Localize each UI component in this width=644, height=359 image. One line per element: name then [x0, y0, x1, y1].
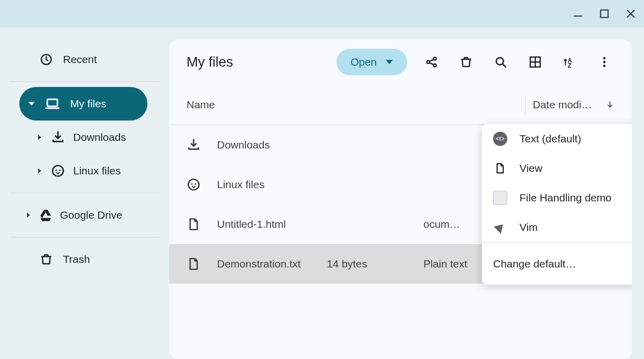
laptop-icon — [45, 96, 60, 111]
page-title: My files — [187, 54, 322, 70]
file-name: Demonstration.txt — [217, 258, 327, 270]
column-date-label: Date modi… — [533, 99, 592, 111]
file-name: Linux files — [217, 178, 327, 191]
sidebar-item-trash[interactable]: Trash — [10, 243, 159, 276]
share-button[interactable] — [421, 52, 442, 72]
drive-icon — [39, 208, 53, 222]
sidebar-label: Downloads — [73, 131, 126, 143]
svg-point-26 — [191, 183, 193, 185]
dropdown-item[interactable]: <t>Text (default) — [482, 124, 632, 154]
dropdown-item-label: Vim — [519, 221, 538, 233]
divider — [10, 81, 159, 82]
download-icon — [51, 130, 65, 144]
svg-point-23 — [603, 61, 606, 64]
sidebar-label: Trash — [63, 253, 90, 265]
svg-point-27 — [195, 183, 196, 185]
sidebar-item-linux[interactable]: Linux files — [10, 154, 159, 188]
dropdown-item-label: File Handling demo — [519, 192, 611, 204]
chevron-right-icon — [37, 135, 43, 140]
linux-icon — [187, 177, 217, 192]
toolbar: My files Open AZ — [169, 40, 632, 84]
dropdown-item-label: Text (default) — [519, 133, 581, 145]
svg-text:Z: Z — [568, 62, 571, 69]
search-button[interactable] — [490, 52, 511, 72]
clock-icon — [40, 53, 53, 66]
column-headers: Name Date modi… — [169, 84, 632, 125]
sort-button[interactable]: AZ — [560, 52, 580, 72]
close-button[interactable] — [625, 8, 637, 20]
svg-line-14 — [430, 63, 434, 65]
column-name[interactable]: Name — [187, 99, 525, 111]
file-icon — [187, 257, 217, 271]
minimize-button[interactable] — [572, 8, 584, 20]
dropdown-change-default[interactable]: Change default… — [482, 242, 632, 285]
svg-rect-5 — [47, 99, 57, 106]
svg-point-25 — [189, 180, 199, 190]
sidebar: Recent My files Downloads Linux files Go… — [0, 27, 169, 359]
svg-point-8 — [55, 169, 57, 171]
chevron-down-icon — [28, 101, 35, 107]
sidebar-label: Recent — [63, 53, 97, 66]
dropdown-change-label: Change default… — [493, 258, 576, 270]
dropdown-item[interactable]: View — [482, 154, 632, 183]
svg-line-16 — [503, 64, 505, 67]
svg-point-24 — [603, 65, 606, 67]
titlebar — [0, 0, 644, 27]
open-button[interactable]: Open — [336, 49, 407, 75]
chevron-right-icon — [37, 168, 43, 173]
svg-point-15 — [496, 57, 503, 65]
main-panel: My files Open AZ Name Date modi… Downloa… — [169, 40, 632, 359]
chevron-right-icon — [25, 213, 32, 218]
svg-point-22 — [603, 57, 606, 59]
sidebar-item-downloads[interactable]: Downloads — [10, 121, 159, 154]
dropdown-item-label: View — [519, 162, 542, 174]
open-dropdown: <t>Text (default)ViewFile Handling demoV… — [482, 124, 632, 285]
sidebar-item-myfiles[interactable]: My files — [19, 87, 147, 121]
sidebar-item-drive[interactable]: Google Drive — [10, 198, 159, 232]
delete-button[interactable] — [456, 52, 476, 72]
download-icon — [187, 138, 217, 152]
svg-point-9 — [59, 169, 60, 171]
trash-icon — [40, 253, 53, 266]
svg-line-13 — [430, 59, 434, 62]
open-button-label: Open — [351, 56, 377, 68]
sidebar-label: Linux files — [73, 165, 120, 177]
chevron-down-icon — [386, 58, 393, 66]
svg-point-7 — [53, 166, 64, 176]
divider — [10, 193, 159, 193]
file-name: Downloads — [217, 139, 327, 151]
dropdown-item[interactable]: File Handling demo — [482, 183, 632, 213]
view-toggle-button[interactable] — [525, 52, 545, 72]
sidebar-label: Google Drive — [60, 209, 122, 221]
file-name: Untitled-1.html — [217, 218, 327, 230]
file-icon — [187, 217, 217, 231]
sidebar-label: My files — [70, 98, 106, 110]
divider — [10, 237, 159, 237]
svg-rect-1 — [601, 10, 608, 18]
file-size: 14 bytes — [327, 258, 423, 270]
more-button[interactable] — [594, 52, 615, 72]
arrow-down-icon — [605, 100, 615, 109]
dropdown-item[interactable]: Vim — [482, 213, 632, 242]
linux-icon — [51, 164, 65, 178]
column-date[interactable]: Date modi… — [525, 96, 615, 114]
maximize-button[interactable] — [598, 8, 610, 20]
sidebar-item-recent[interactable]: Recent — [30, 43, 159, 76]
